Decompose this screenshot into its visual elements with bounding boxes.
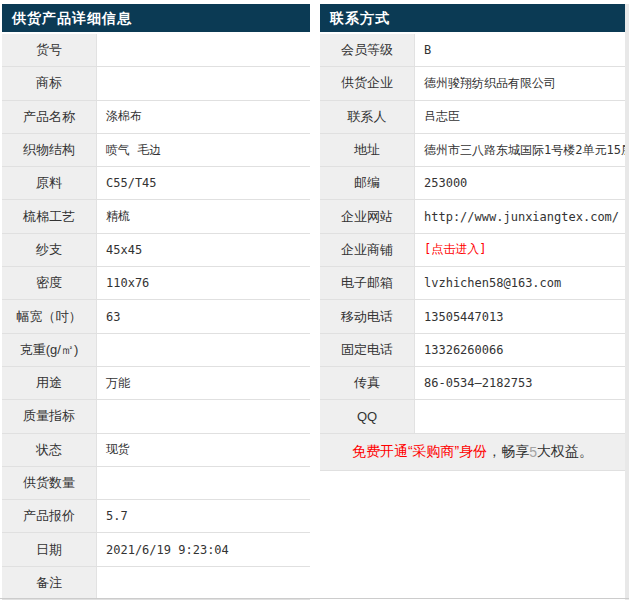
row-label: 供货企业 — [320, 67, 415, 99]
table-row-qq: QQ — [320, 400, 625, 433]
row-label: 商标 — [2, 67, 97, 99]
row-label: 克重(g/㎡) — [2, 334, 97, 366]
promo-upgrade-link[interactable]: 免费开通“采购商”身份 — [352, 443, 487, 461]
row-label: 供货数量 — [2, 467, 97, 499]
row-label: 产品报价 — [2, 500, 97, 532]
row-value — [97, 34, 310, 66]
row-label: 货号 — [2, 34, 97, 66]
row-value: 5.7 — [97, 500, 310, 532]
table-row-product-name: 产品名称 涤棉布 — [2, 101, 310, 134]
table-row-supply-quantity: 供货数量 — [2, 467, 310, 500]
row-label: 日期 — [2, 533, 97, 565]
row-value: C55/T45 — [97, 167, 310, 199]
table-row-weight-gsm: 克重(g/㎡) — [2, 334, 310, 367]
row-label: 密度 — [2, 267, 97, 299]
product-detail-panel: 供货产品详细信息 货号 商标 产品名称 涤棉布 织物结构 喷气 毛边 原料 C5… — [2, 4, 310, 600]
product-detail-table: 货号 商标 产品名称 涤棉布 织物结构 喷气 毛边 原料 C55/T45 梳棉工… — [2, 34, 310, 600]
table-row-fabric-structure: 织物结构 喷气 毛边 — [2, 134, 310, 167]
row-label: 企业商铺 — [320, 234, 415, 266]
row-label: 企业网站 — [320, 200, 415, 232]
row-label: 状态 — [2, 434, 97, 466]
promo-banner: 免费开通“采购商”身份，畅享5大权益。 — [320, 434, 625, 471]
table-row-mobile-phone: 移动电话 13505447013 — [320, 300, 625, 333]
page-bottom-divider — [0, 598, 629, 599]
row-value — [97, 467, 310, 499]
table-row-item-no: 货号 — [2, 34, 310, 67]
fax-value: 86-0534—2182753 — [415, 367, 625, 399]
table-row-contact-person: 联系人 吕志臣 — [320, 101, 625, 134]
row-label: 地址 — [320, 134, 415, 166]
row-value: 110x76 — [97, 267, 310, 299]
contact-info-panel: 联系方式 会员等级 B 供货企业 德州骏翔纺织品有限公司 联系人 吕志臣 地址 … — [320, 4, 625, 471]
email-value: lvzhichen58@163.com — [415, 267, 625, 299]
contact-info-table: 会员等级 B 供货企业 德州骏翔纺织品有限公司 联系人 吕志臣 地址 德州市三八… — [320, 34, 625, 471]
table-row-combing-process: 梳棉工艺 精梳 — [2, 200, 310, 233]
table-row-member-grade: 会员等级 B — [320, 34, 625, 67]
table-row-status: 状态 现货 — [2, 434, 310, 467]
table-row-address: 地址 德州市三八路东城国际1号楼2单元15层 — [320, 134, 625, 167]
row-label: 产品名称 — [2, 101, 97, 133]
promo-text-tail: 大权益。 — [537, 443, 593, 461]
row-value: 喷气 毛边 — [97, 134, 310, 166]
row-value: 精梳 — [97, 200, 310, 232]
row-label: 邮编 — [320, 167, 415, 199]
table-row-fixed-phone: 固定电话 13326260066 — [320, 334, 625, 367]
website-value: http://www.junxiangtex.com/ — [415, 200, 625, 232]
row-label: 会员等级 — [320, 34, 415, 66]
row-label: 传真 — [320, 367, 415, 399]
table-row-website: 企业网站 http://www.junxiangtex.com/ — [320, 200, 625, 233]
table-row-brand: 商标 — [2, 67, 310, 100]
row-label: 电子邮箱 — [320, 267, 415, 299]
table-row-email: 电子邮箱 lvzhichen58@163.com — [320, 267, 625, 300]
fixed-phone-value: 13326260066 — [415, 334, 625, 366]
row-value: 63 — [97, 300, 310, 332]
row-label: 用途 — [2, 367, 97, 399]
row-value — [97, 400, 310, 432]
row-label: 联系人 — [320, 101, 415, 133]
table-row-shop: 企业商铺 [点击进入] — [320, 234, 625, 267]
address-value: 德州市三八路东城国际1号楼2单元15层 — [415, 134, 625, 166]
table-row-date: 日期 2021/6/19 9:23:04 — [2, 533, 310, 566]
shop-enter-link[interactable]: [点击进入] — [415, 234, 625, 266]
row-label: 梳棉工艺 — [2, 200, 97, 232]
mobile-phone-value: 13505447013 — [415, 300, 625, 332]
supplier-name-value: 德州骏翔纺织品有限公司 — [415, 67, 625, 99]
page-edge-strip — [625, 4, 629, 600]
row-label: 纱支 — [2, 234, 97, 266]
row-value — [415, 400, 625, 432]
table-row-zip-code: 邮编 253000 — [320, 167, 625, 200]
table-row-usage: 用途 万能 — [2, 367, 310, 400]
promo-benefit-count: 5 — [529, 444, 537, 460]
table-row-raw-material: 原料 C55/T45 — [2, 167, 310, 200]
row-value: 万能 — [97, 367, 310, 399]
table-row-density: 密度 110x76 — [2, 267, 310, 300]
row-label: 移动电话 — [320, 300, 415, 332]
row-label: 固定电话 — [320, 334, 415, 366]
row-value: 涤棉布 — [97, 101, 310, 133]
row-value: 45x45 — [97, 234, 310, 266]
row-label: 备注 — [2, 567, 97, 599]
contact-info-panel-title: 联系方式 — [320, 4, 625, 32]
table-row-yarn-count: 纱支 45x45 — [2, 234, 310, 267]
row-value — [97, 334, 310, 366]
row-label: 幅宽（吋） — [2, 300, 97, 332]
row-label: 质量指标 — [2, 400, 97, 432]
row-label: 原料 — [2, 167, 97, 199]
row-label: QQ — [320, 400, 415, 432]
promo-text-mid: ，畅享 — [487, 443, 529, 461]
row-value: 253000 — [415, 167, 625, 199]
row-value: 2021/6/19 9:23:04 — [97, 533, 310, 565]
table-row-fax: 传真 86-0534—2182753 — [320, 367, 625, 400]
row-value: 吕志臣 — [415, 101, 625, 133]
row-label: 织物结构 — [2, 134, 97, 166]
row-value — [97, 567, 310, 599]
table-row-product-price: 产品报价 5.7 — [2, 500, 310, 533]
table-row-supplier: 供货企业 德州骏翔纺织品有限公司 — [320, 67, 625, 100]
table-row-remarks: 备注 — [2, 567, 310, 600]
product-detail-panel-title: 供货产品详细信息 — [2, 4, 310, 32]
table-row-width-inch: 幅宽（吋） 63 — [2, 300, 310, 333]
row-value: 现货 — [97, 434, 310, 466]
table-row-quality-index: 质量指标 — [2, 400, 310, 433]
row-value — [97, 67, 310, 99]
row-value: B — [415, 34, 625, 66]
